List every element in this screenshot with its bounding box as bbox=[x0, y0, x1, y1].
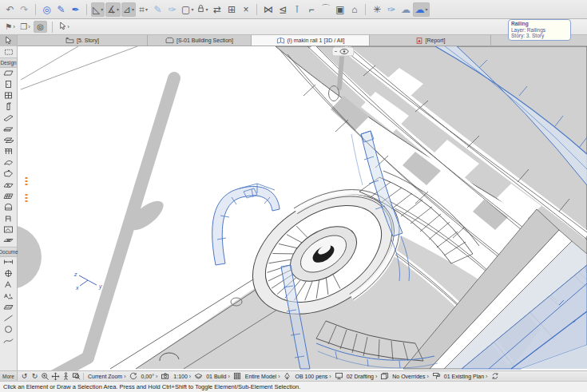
rotate-mode-icon-glyph: ◎ bbox=[37, 22, 44, 31]
grid-snap-icon-glyph: ⌗ bbox=[139, 4, 145, 15]
next-view-icon[interactable]: ↻ bbox=[30, 372, 39, 381]
chamfer-icon[interactable]: ⌒ bbox=[319, 2, 332, 17]
chevron-icon[interactable]: › bbox=[189, 374, 191, 379]
redo-icon[interactable]: ↷ bbox=[18, 2, 31, 17]
chevron-icon[interactable]: › bbox=[486, 374, 487, 379]
flyout-chevron-icon[interactable]: › bbox=[67, 23, 69, 30]
chevron-icon[interactable]: › bbox=[329, 374, 331, 379]
chevron-icon[interactable]: › bbox=[156, 374, 157, 379]
dropdown-arrow-icon[interactable]: ▾ bbox=[205, 6, 208, 12]
toolbox-more-label: More bbox=[2, 374, 14, 379]
current-zoom-selector[interactable]: Current Zoom› bbox=[86, 374, 128, 379]
tab-bar: [5. Story][S-01 Building Section](l) mak… bbox=[18, 35, 587, 46]
model-view-options-icon[interactable] bbox=[335, 372, 343, 381]
graphic-override-selector[interactable]: No Overrides› bbox=[391, 374, 430, 379]
snap-guides-icon[interactable]: ∡▾ bbox=[105, 2, 121, 17]
orientation-selector[interactable]: 0,00°› bbox=[140, 374, 160, 379]
tool-polyline[interactable] bbox=[0, 335, 17, 346]
paintbrush-icon[interactable]: ✑ bbox=[384, 2, 398, 17]
pointer-options-icon[interactable]: ◎ bbox=[40, 2, 54, 17]
element-info-tooltip: Railing Layer: Railings Story: 3. Story bbox=[508, 19, 571, 41]
graphic-override-icon[interactable] bbox=[380, 372, 389, 381]
flyout-chevron-icon[interactable]: › bbox=[28, 23, 30, 30]
axis-tripod bbox=[79, 275, 97, 286]
toolbox-more-button[interactable]: More bbox=[0, 370, 17, 381]
groups-icon[interactable]: ▢▾ bbox=[180, 2, 195, 17]
layer-combination-selector[interactable]: 01 Build› bbox=[204, 374, 232, 379]
transform-icon[interactable]: ⇄ bbox=[210, 2, 224, 17]
eye-preview-control[interactable] bbox=[332, 47, 354, 56]
adjust-icon[interactable]: ⊺ bbox=[290, 2, 303, 17]
resize-icon[interactable]: ▣ bbox=[333, 2, 347, 17]
arrow-tool-icon[interactable]: › bbox=[58, 21, 71, 33]
tool-skylight[interactable] bbox=[0, 236, 17, 247]
model-view-options-selector[interactable]: 02 Drafting› bbox=[345, 374, 379, 379]
dropdown-arrow-icon[interactable]: ▾ bbox=[191, 6, 193, 12]
renovation-filter-icon[interactable] bbox=[432, 372, 441, 381]
scale-selector[interactable]: 1:100› bbox=[172, 374, 192, 379]
lock-icon[interactable]: ▾ bbox=[196, 2, 209, 17]
adjust-icon-glyph: ⊺ bbox=[295, 4, 299, 15]
camera-settings-icon[interactable] bbox=[161, 372, 170, 381]
layer-combination-icon[interactable] bbox=[194, 372, 203, 381]
zoom-in-icon[interactable] bbox=[41, 372, 50, 381]
dropdown-arrow-icon[interactable]: ▾ bbox=[132, 6, 134, 12]
tab-5-story[interactable]: [5. Story] bbox=[18, 35, 148, 46]
structure-display-icon[interactable] bbox=[233, 372, 242, 381]
orientation-selector-label: 0,00° bbox=[141, 374, 154, 379]
gravity-elevation-icon[interactable]: ✑ bbox=[165, 2, 179, 17]
flyout-chevron-icon[interactable]: › bbox=[13, 23, 15, 30]
dropdown-arrow-icon[interactable]: ▾ bbox=[101, 6, 103, 12]
grid-snap-icon[interactable]: ⌗▾ bbox=[137, 2, 150, 17]
chevron-icon[interactable]: › bbox=[228, 374, 229, 379]
fit-in-window-icon[interactable] bbox=[72, 372, 81, 381]
undo-icon[interactable]: ↶ bbox=[3, 2, 17, 17]
bottombar-separator bbox=[83, 373, 84, 380]
tool-polyline-icon bbox=[3, 334, 14, 348]
renovation-filter-selector[interactable]: 01 Existing Plan› bbox=[442, 374, 490, 379]
guide-lines-icon[interactable]: ◺▾ bbox=[91, 2, 105, 17]
tool-marquee[interactable] bbox=[0, 46, 17, 57]
rotate-mode-icon[interactable]: ◎ bbox=[34, 21, 47, 33]
3d-viewport[interactable]: z x y bbox=[18, 46, 587, 370]
secondary-toolbar: ⚑›❐›◎› bbox=[0, 19, 587, 35]
snap-points-icon[interactable]: ⊿▾ bbox=[121, 2, 136, 17]
pen-set-selector[interactable]: OB 100 pens› bbox=[293, 374, 332, 379]
tab-makin-rail-3d[interactable]: (l) makin rail 1 [3D / All] bbox=[252, 35, 370, 46]
previous-view-icon[interactable]: ↺ bbox=[20, 372, 29, 381]
status-bar: Click an Element or Draw a Selection Are… bbox=[0, 381, 587, 392]
chevron-icon[interactable]: › bbox=[124, 374, 125, 379]
favorites-icon[interactable]: ⚑› bbox=[3, 21, 17, 33]
chevron-icon[interactable]: › bbox=[278, 374, 280, 379]
structure-display-selector[interactable]: Entire Model› bbox=[244, 374, 282, 379]
pan-icon[interactable] bbox=[51, 372, 60, 381]
model-view-options-selector-label: 02 Drafting bbox=[347, 374, 374, 379]
inject-parameters-icon[interactable]: ✒ bbox=[69, 2, 82, 17]
trim-icon[interactable]: ⊴ bbox=[276, 2, 289, 17]
cloud-download-icon[interactable]: ☁ bbox=[399, 2, 412, 17]
teamwork-cloud-icon[interactable]: ☁▾ bbox=[413, 2, 429, 17]
explore-icon[interactable] bbox=[61, 372, 70, 381]
dimension-options-icon[interactable]: ⊞ bbox=[224, 2, 238, 17]
quick-options-icon[interactable] bbox=[490, 372, 499, 381]
3d-viewport-canvas[interactable]: z x y bbox=[18, 46, 587, 370]
marquee-adjust-icon[interactable]: ✳ bbox=[370, 2, 383, 17]
orientation-icon[interactable] bbox=[129, 372, 138, 381]
gravity-icon[interactable]: ✎ bbox=[151, 2, 165, 17]
dropdown-arrow-icon[interactable]: ▾ bbox=[145, 6, 148, 12]
groups-icon-glyph: ▢ bbox=[181, 4, 190, 15]
dropdown-arrow-icon[interactable]: ▾ bbox=[425, 6, 427, 12]
pen-set-icon[interactable] bbox=[283, 372, 292, 381]
chevron-icon[interactable]: › bbox=[427, 374, 429, 379]
fillet-icon[interactable]: ⌐ bbox=[304, 2, 318, 17]
split-icon[interactable]: ⋈ bbox=[261, 2, 275, 17]
tab-s01-building-section[interactable]: [S-01 Building Section] bbox=[148, 35, 252, 46]
pick-up-parameters-icon[interactable]: ✎ bbox=[54, 2, 68, 17]
chevron-icon[interactable]: › bbox=[375, 374, 377, 379]
explode-icon[interactable]: × bbox=[239, 2, 252, 17]
home-story-icon[interactable]: ⌂ bbox=[347, 2, 361, 17]
element-transfer-icon[interactable]: ❐› bbox=[18, 21, 32, 33]
current-zoom-selector-label: Current Zoom bbox=[88, 374, 122, 379]
dropdown-arrow-icon[interactable]: ▾ bbox=[117, 6, 119, 12]
tab-report[interactable]: [Report] bbox=[370, 35, 491, 46]
